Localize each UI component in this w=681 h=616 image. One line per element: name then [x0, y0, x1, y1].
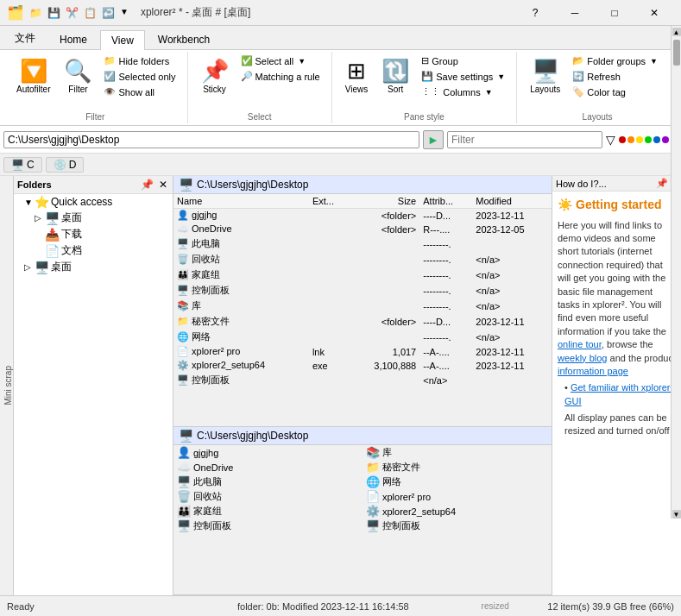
table-row[interactable]: 📄 xplorer² pro lnk 1,017 --A-.... 2023-1… [173, 345, 552, 359]
color-dot-purple[interactable] [662, 136, 669, 143]
list-item[interactable]: 📚 库 [363, 445, 552, 460]
ribbon-tabs: 文件 Home View Workbench [0, 26, 681, 50]
selected-only-button[interactable]: ☑️ Selected only [99, 69, 180, 84]
minimize-button[interactable]: ─ [555, 0, 595, 26]
list-item[interactable]: 👪 家庭组 [173, 504, 363, 519]
col-attrib[interactable]: Attrib... [419, 194, 472, 209]
undo-icon[interactable]: ↩️ [100, 6, 117, 20]
go-button[interactable]: ► [423, 130, 444, 149]
list-item[interactable]: 🌐 网络 [363, 475, 552, 489]
folders-close-icon[interactable]: ✕ [157, 178, 169, 192]
scroll-down-button[interactable]: ▼ [672, 510, 681, 519]
table-row[interactable]: 📚 库 --------. <n/a> [173, 299, 552, 314]
tab-view[interactable]: View [100, 30, 145, 50]
table-row[interactable]: 👤 gjgjhg <folder> ----D... 2023-12-11 [173, 209, 552, 223]
file-list-top[interactable]: Name Ext... Size Attrib... Modified 👤 gj… [173, 194, 552, 426]
filter-input[interactable] [447, 131, 602, 148]
folders-pin-icon[interactable]: 📌 [139, 178, 155, 192]
col-name[interactable]: Name [173, 194, 309, 209]
list-item[interactable]: ⚙️ xplorer2_setup64 [363, 504, 552, 519]
table-row[interactable]: 🖥️ 控制面板 --------. <n/a> [173, 283, 552, 299]
address-input[interactable] [3, 131, 419, 148]
color-dot-orange[interactable] [627, 136, 634, 143]
tab-workbench[interactable]: Workbench [147, 29, 221, 49]
folder-groups-button[interactable]: 📂 Folder groups ▼ [568, 53, 662, 68]
list-item[interactable]: 🖥️ 此电脑 [173, 475, 363, 489]
ribbon-group-pane-style: ⊞ Views 🔃 Sort ⊟ Group 💾 Save settings ▼ [332, 52, 517, 123]
drive-tab-c[interactable]: 🖥️ C [3, 157, 42, 173]
paste-icon[interactable]: 📋 [82, 6, 98, 20]
documents-folder-icon: 📄 [45, 244, 60, 258]
color-dot-yellow[interactable] [636, 136, 643, 143]
status-disk-info: 12 item(s) 39.9 GB free (66%) [516, 601, 674, 612]
dropdown-arrow-icon[interactable]: ▼ [118, 6, 130, 20]
thumb-icon-xplorer-setup: ⚙️ [366, 505, 380, 518]
list-item[interactable]: 🗑️ 回收站 [173, 489, 363, 504]
color-dot-blue[interactable] [653, 136, 660, 143]
color-tag-button[interactable]: 🏷️ Color tag [568, 85, 662, 99]
help-link-weekly-blog[interactable]: weekly blog [558, 353, 607, 363]
tree-item-desktop-2[interactable]: ▷ 🖥️ 桌面 [14, 259, 173, 275]
table-row[interactable]: 👪 家庭组 --------. <n/a> [173, 267, 552, 283]
tree-item-desktop-1[interactable]: ▷ 🖥️ 桌面 [14, 210, 173, 226]
filter-button[interactable]: 🔍 Filter [58, 53, 98, 98]
matching-rule-button[interactable]: 🔎 Matching a rule [236, 69, 325, 84]
table-row[interactable]: 🌐 网络 --------. <n/a> [173, 330, 552, 345]
list-item[interactable]: 👤 gjgjhg [173, 445, 363, 460]
filter-dropdown-icon[interactable]: ▽ [606, 133, 615, 147]
table-row[interactable]: 🖥️ 控制面板 <n/a> [173, 373, 552, 388]
close-button[interactable]: ✕ [634, 0, 674, 26]
color-dot-green[interactable] [645, 136, 652, 143]
sort-button[interactable]: 🔃 Sort [375, 53, 415, 98]
col-modified[interactable]: Modified [472, 194, 552, 209]
help-link-online-tour[interactable]: online tour [558, 339, 602, 349]
help-pin-icon[interactable]: 📌 [656, 178, 668, 189]
sticky-button[interactable]: 📌 Sticky [195, 53, 235, 98]
save-settings-button[interactable]: 💾 Save settings ▼ [417, 69, 509, 84]
list-item[interactable]: 🖥️ 控制面板 [363, 519, 552, 533]
refresh-button[interactable]: 🔄 Refresh [568, 69, 662, 84]
file-list-bottom-right: 📚 库 📁 秘密文件 🌐 网络 📄 xplorer² pro [363, 445, 552, 594]
list-item[interactable]: ☁️ OneDrive [173, 460, 363, 475]
sort-icon: 🔃 [381, 58, 409, 85]
cut-icon[interactable]: ✂️ [64, 6, 80, 20]
help-bullet-1: • Get familiar with xplorer² GUI [564, 381, 676, 408]
table-row[interactable]: ⚙️ xplorer2_setup64 exe 3,100,888 --A-..… [173, 359, 552, 373]
col-size[interactable]: Size [350, 194, 419, 209]
help-scrollbar[interactable]: ▲ ▼ [671, 176, 681, 519]
group-button[interactable]: ⊟ Group [417, 53, 509, 68]
tab-home[interactable]: Home [48, 29, 98, 49]
tree-item-downloads[interactable]: 📥 下载 [14, 226, 173, 242]
table-row[interactable]: 🖥️ 此电脑 --------. [173, 236, 552, 252]
table-row[interactable]: 🗑️ 回收站 --------. <n/a> [173, 252, 552, 267]
open-icon[interactable]: 📁 [28, 6, 44, 20]
file-panel-bottom-icon: 🖥️ [179, 429, 193, 443]
hide-folders-button[interactable]: 📁 Hide folders [99, 53, 180, 68]
help-link-gui[interactable]: Get familiar with xplorer² GUI [564, 382, 673, 405]
selected-only-icon: ☑️ [104, 71, 116, 82]
list-item[interactable]: 🖥️ 控制面板 [173, 519, 363, 533]
autofilter-button[interactable]: 🔽 Autofilter [10, 53, 56, 98]
layouts-button[interactable]: 🖥️ Layouts [524, 53, 566, 98]
list-item[interactable]: 📄 xplorer² pro [363, 489, 552, 504]
help-link-info-page[interactable]: information page [558, 366, 628, 376]
maximize-button[interactable]: □ [595, 0, 634, 26]
col-ext[interactable]: Ext... [309, 194, 350, 209]
table-row[interactable]: 📁 秘密文件 <folder> ----D... 2023-12-11 [173, 314, 552, 330]
drive-tab-d[interactable]: 💿 D [46, 157, 85, 173]
tree-item-quick-access[interactable]: ▼ ⭐ Quick access [14, 194, 173, 210]
show-all-button[interactable]: 👁️ Show all [99, 85, 180, 99]
save-icon[interactable]: 💾 [46, 6, 62, 20]
select-all-button[interactable]: ✅ Select all ▼ [236, 53, 325, 68]
show-all-icon: 👁️ [104, 86, 116, 97]
file-icon: 👪 [177, 269, 189, 280]
tree-item-documents[interactable]: 📄 文档 [14, 242, 173, 259]
tab-file[interactable]: 文件 [3, 27, 47, 49]
list-item[interactable]: 📁 秘密文件 [363, 460, 552, 475]
side-mini-panel[interactable]: Mini scrap [0, 176, 14, 595]
columns-button[interactable]: ⋮⋮ Columns ▼ [417, 85, 509, 99]
table-row[interactable]: ☁️ OneDrive <folder> R---.... 2023-12-05 [173, 223, 552, 236]
color-dot-red[interactable] [619, 136, 626, 143]
help-button[interactable]: ? [515, 0, 555, 26]
views-button[interactable]: ⊞ Views [339, 53, 375, 98]
